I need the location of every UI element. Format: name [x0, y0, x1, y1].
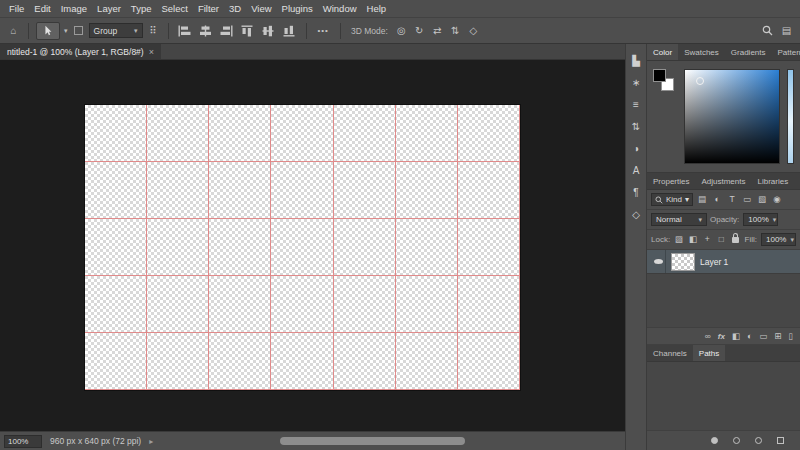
- tool-preset-caret-icon[interactable]: ▾: [64, 27, 68, 35]
- tab-layers-truncated[interactable]: La: [794, 173, 800, 189]
- tab-libraries[interactable]: Libraries: [752, 173, 795, 189]
- align-bottom-button[interactable]: [281, 23, 299, 39]
- new-adjustment-layer-icon[interactable]: ◐: [747, 331, 752, 341]
- foreground-background-swatches[interactable]: [653, 69, 677, 164]
- tab-patterns[interactable]: Patterns: [772, 44, 800, 60]
- visibility-toggle[interactable]: [651, 250, 666, 273]
- lock-all-icon[interactable]: [732, 237, 739, 243]
- menu-edit[interactable]: Edit: [29, 0, 55, 18]
- lock-label: Lock:: [651, 235, 670, 244]
- filter-toggle-icon[interactable]: ◉: [771, 193, 783, 206]
- link-layers-icon[interactable]: ∞: [705, 331, 711, 341]
- document-tab[interactable]: ntitled-1 @ 100% (Layer 1, RGB/8#) ×: [0, 44, 161, 59]
- dot-icon[interactable]: [733, 437, 740, 444]
- document-canvas[interactable]: [85, 105, 520, 390]
- menu-plugins[interactable]: Plugins: [277, 0, 318, 18]
- layer-name[interactable]: Layer 1: [700, 257, 728, 267]
- menu-3d[interactable]: 3D: [224, 0, 246, 18]
- panel-stack: Color Swatches Gradients Patterns: [647, 44, 800, 450]
- adjustments-panel-icon[interactable]: ∗: [632, 78, 640, 88]
- filter-pixel-layers-icon[interactable]: ▤: [696, 193, 708, 206]
- menu-type[interactable]: Type: [126, 0, 157, 18]
- menu-view[interactable]: View: [246, 0, 276, 18]
- home-icon[interactable]: ⌂: [6, 23, 21, 39]
- new-group-icon[interactable]: ▭: [759, 331, 767, 341]
- menu-select[interactable]: Select: [156, 0, 192, 18]
- hue-slider[interactable]: [787, 69, 794, 164]
- blend-mode-dropdown[interactable]: Normal ▾: [651, 213, 707, 226]
- 3d-orbit-icon[interactable]: ◎: [394, 23, 409, 39]
- auto-select-checkbox[interactable]: [74, 26, 83, 35]
- menu-image[interactable]: Image: [56, 0, 92, 18]
- filter-type-layers-icon[interactable]: T: [726, 193, 738, 206]
- tab-channels[interactable]: Channels: [647, 345, 693, 361]
- tab-swatches[interactable]: Swatches: [678, 44, 725, 60]
- lock-transparency-icon[interactable]: ▨: [673, 233, 684, 246]
- tab-gradients[interactable]: Gradients: [725, 44, 772, 60]
- fill-value: 100%: [766, 235, 786, 244]
- color-picker-indicator[interactable]: [696, 77, 704, 85]
- layer-effects-icon[interactable]: fx: [718, 332, 725, 341]
- align-center-horizontal-button[interactable]: [197, 23, 215, 39]
- foreground-color-swatch[interactable]: [653, 69, 666, 82]
- square-dot-icon[interactable]: [777, 437, 784, 444]
- lock-artboard-icon[interactable]: □: [716, 233, 727, 246]
- horizontal-scrollbar-thumb[interactable]: [280, 437, 465, 445]
- align-middle-button[interactable]: [260, 23, 278, 39]
- lock-image-icon[interactable]: ◧: [687, 233, 698, 246]
- panel-bottom-bar: [647, 430, 800, 450]
- color-picker-field[interactable]: [684, 69, 780, 164]
- align-left-button[interactable]: [176, 23, 194, 39]
- layers-filter-row: Kind ▾ ▤ ◐ T ▭ ▧ ◉: [647, 190, 800, 210]
- transform-controls-icon[interactable]: ⠿: [146, 23, 161, 39]
- eye-icon: [654, 259, 663, 264]
- filter-shape-layers-icon[interactable]: ▭: [741, 193, 753, 206]
- divider: [306, 23, 307, 39]
- opacity-dropdown[interactable]: 100% ▾: [743, 213, 778, 226]
- history-panel-icon[interactable]: ⇅: [632, 122, 640, 132]
- workspace-switcher-icon[interactable]: ▤: [779, 23, 794, 39]
- dot-icon-filled[interactable]: [711, 437, 718, 444]
- chevron-down-icon: ▾: [134, 27, 138, 35]
- auto-select-target-dropdown[interactable]: Group ▾: [89, 23, 143, 38]
- brushes-panel-icon[interactable]: ◑: [633, 144, 639, 154]
- fill-dropdown[interactable]: 100% ▾: [761, 233, 796, 246]
- add-layer-mask-icon[interactable]: ◧: [732, 331, 740, 341]
- menu-help[interactable]: Help: [362, 0, 392, 18]
- 3d-pan-icon[interactable]: ⇄: [430, 23, 445, 39]
- layer-row[interactable]: Layer 1: [647, 250, 800, 274]
- status-menu-icon[interactable]: ▸: [149, 437, 153, 446]
- tab-paths[interactable]: Paths: [693, 345, 725, 361]
- tab-adjustments[interactable]: Adjustments: [695, 173, 751, 189]
- properties-panel-icon[interactable]: ≡: [633, 100, 639, 110]
- tab-color[interactable]: Color: [647, 44, 678, 60]
- 3d-scale-icon[interactable]: ◇: [466, 23, 481, 39]
- tab-close-icon[interactable]: ×: [149, 47, 154, 57]
- delete-layer-icon[interactable]: ▯: [788, 331, 793, 341]
- menu-file[interactable]: File: [4, 0, 29, 18]
- menu-window[interactable]: Window: [318, 0, 362, 18]
- character-panel-icon[interactable]: A: [633, 166, 640, 176]
- dot-icon[interactable]: [755, 437, 762, 444]
- align-right-button[interactable]: [218, 23, 236, 39]
- 3d-roll-icon[interactable]: ↻: [412, 23, 427, 39]
- align-top-button[interactable]: [239, 23, 257, 39]
- filter-kind-dropdown[interactable]: Kind ▾: [651, 193, 693, 206]
- more-align-options-button[interactable]: •••: [314, 26, 333, 35]
- menu-filter[interactable]: Filter: [193, 0, 224, 18]
- move-tool-button[interactable]: [36, 22, 60, 40]
- paragraph-panel-icon[interactable]: ¶: [633, 188, 638, 198]
- filter-adjustment-layers-icon[interactable]: ◐: [711, 193, 723, 206]
- search-icon[interactable]: [758, 23, 776, 39]
- new-layer-icon[interactable]: ⊞: [774, 331, 781, 341]
- filter-smart-objects-icon[interactable]: ▧: [756, 193, 768, 206]
- zoom-level-field[interactable]: 100%: [4, 435, 42, 448]
- tab-properties[interactable]: Properties: [647, 173, 695, 189]
- canvas-viewport[interactable]: [0, 60, 625, 431]
- lock-position-icon[interactable]: +: [702, 233, 713, 246]
- menu-layer[interactable]: Layer: [92, 0, 126, 18]
- histogram-panel-icon[interactable]: ▙: [632, 56, 640, 66]
- 3d-panel-icon[interactable]: ◇: [632, 210, 640, 220]
- 3d-slide-icon[interactable]: ⇅: [448, 23, 463, 39]
- layer-thumbnail[interactable]: [671, 253, 695, 271]
